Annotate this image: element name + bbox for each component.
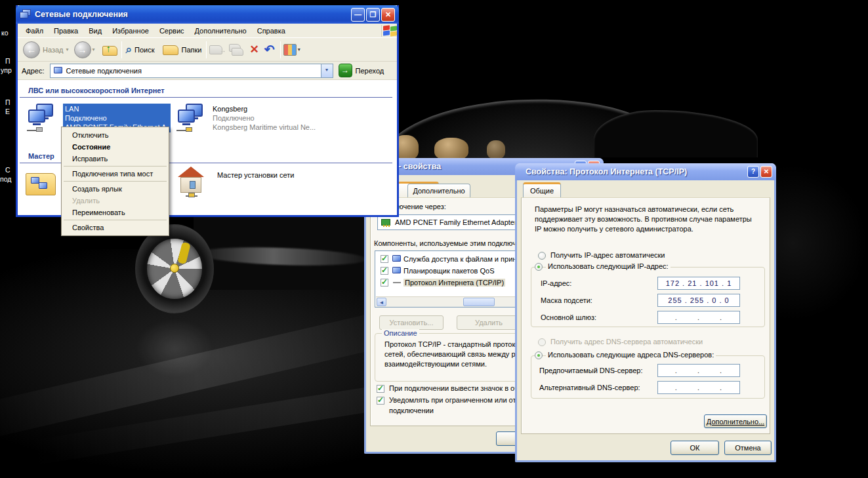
kongsberg-connection-icon — [175, 104, 207, 134]
tab-advanced[interactable]: Дополнительно — [407, 184, 470, 198]
service-icon — [392, 255, 401, 262]
delete-icon[interactable]: ✕ — [250, 43, 259, 56]
desktop-icon-label[interactable]: П — [5, 98, 10, 106]
maximize-button[interactable]: ❐ — [366, 8, 380, 22]
tray-icon-checkbox[interactable]: ✓ — [377, 385, 384, 393]
subnet-mask-input[interactable]: 255 . 255 . 0 . 0 — [657, 294, 740, 307]
ip-address-input[interactable]: 172 . 21 . 101 . 1 — [657, 277, 740, 290]
go-button[interactable]: → — [339, 64, 352, 77]
group-divider — [20, 97, 392, 98]
address-combo[interactable]: Сетевые подключения ▾ — [50, 64, 333, 78]
menu-separator — [64, 220, 167, 220]
scroll-left-button[interactable]: ◄ — [377, 298, 386, 306]
advanced-button[interactable]: Дополнительно... — [704, 414, 767, 428]
menu-favorites[interactable]: Избранное — [107, 25, 154, 37]
back-button[interactable]: ← — [23, 41, 40, 58]
scroll-thumb[interactable] — [463, 298, 495, 306]
checkbox-checked[interactable]: ✓ — [381, 255, 388, 263]
minimize-button[interactable]: — — [351, 8, 365, 22]
copy-to-icon[interactable] — [229, 43, 245, 57]
cancel-button[interactable]: Отмена — [724, 441, 772, 455]
menu-item-shortcut[interactable]: Создать ярлык — [62, 183, 169, 195]
menu-bar: Файл Правка Вид Избранное Сервис Дополни… — [18, 24, 397, 37]
address-bar: Адрес: Сетевые подключения ▾ → Переход — [18, 62, 397, 80]
radio-use-ip[interactable] — [535, 263, 543, 271]
connection-status: Подключено — [213, 113, 316, 123]
back-label: Назад — [43, 46, 64, 54]
menu-item-rename[interactable]: Переименовать — [62, 207, 169, 218]
group-header-lan: ЛВС или высокоскоростной Интернет — [28, 87, 165, 94]
close-button[interactable]: ✕ — [381, 8, 395, 22]
help-button[interactable]: ? — [747, 166, 759, 178]
remove-button[interactable]: Удалить — [457, 315, 521, 330]
checkbox-checked[interactable]: ✓ — [381, 279, 388, 287]
window-titlebar[interactable]: Сетевые подключения — ❐ ✕ — [16, 5, 399, 24]
checkbox-checked[interactable]: ✓ — [381, 267, 388, 275]
components-label: Компоненты, используемые этим подключени… — [374, 239, 539, 247]
menu-view[interactable]: Вид — [83, 25, 107, 37]
forward-button[interactable]: → — [74, 41, 91, 58]
connection-name: Kongsberg — [213, 104, 316, 113]
intro-text: IP можно получить у сетевого администрат… — [535, 225, 693, 233]
desktop-icon-label[interactable]: Е — [5, 108, 10, 115]
tcpip-titlebar[interactable]: Свойства: Протокол Интернета (TCP/IP) ? … — [515, 163, 776, 180]
up-folder-button[interactable]: ↑ — [102, 42, 119, 58]
views-icon[interactable] — [283, 44, 297, 56]
folders-label[interactable]: Папки — [182, 46, 202, 54]
go-label[interactable]: Переход — [356, 67, 384, 75]
desktop-icon-label[interactable]: ко — [1, 29, 9, 37]
install-button[interactable]: Установить... — [379, 315, 444, 330]
desktop-icon-label[interactable]: под — [0, 175, 11, 183]
menu-advanced[interactable]: Дополнительно — [190, 25, 252, 37]
notify-checkbox[interactable]: ✓ — [377, 397, 384, 405]
menu-edit[interactable]: Правка — [49, 25, 83, 37]
intro-text: поддерживает эту возможность. В противно… — [535, 215, 752, 223]
component-name: Планировщик пакетов QoS — [403, 267, 495, 275]
menu-item-disconnect[interactable]: Отключить — [62, 129, 169, 141]
description-text: взаимодействующими сетями. — [384, 360, 487, 368]
group-header-wizard: Мастер — [28, 152, 54, 160]
search-icon[interactable]: ⌕ — [126, 43, 133, 56]
close-button[interactable]: ✕ — [760, 166, 772, 178]
connection-kongsberg-tile[interactable]: Kongsberg Подключено Kongsberg Maritime … — [175, 102, 359, 136]
menu-file[interactable]: Файл — [20, 25, 49, 37]
alternate-dns-input[interactable]: . . . — [657, 381, 740, 394]
forward-dropdown-icon[interactable]: ▾ — [93, 47, 95, 52]
menu-tools[interactable]: Сервис — [154, 25, 190, 37]
gateway-input[interactable]: . . . — [657, 311, 740, 324]
address-dropdown-icon[interactable]: ▾ — [321, 64, 333, 77]
ip-label: IP-адрес: — [541, 279, 571, 287]
menu-item-repair[interactable]: Исправить — [62, 153, 169, 165]
house-icon — [176, 165, 207, 199]
search-label[interactable]: Поиск — [134, 46, 154, 54]
undo-icon[interactable]: ↶ — [264, 42, 275, 57]
lan-context-menu: Отключить Состояние Исправить Подключени… — [61, 127, 169, 236]
menu-item-bridge[interactable]: Подключения типа мост — [62, 168, 169, 180]
network-setup-wizard-tile[interactable]: Мастер установки сети — [175, 165, 372, 202]
network-connections-icon — [20, 9, 31, 20]
views-dropdown-icon[interactable]: ▾ — [298, 47, 300, 52]
preferred-dns-input[interactable]: . . . — [657, 364, 740, 377]
ok-button[interactable]: ОК — [671, 441, 719, 455]
windows-logo-icon — [381, 25, 397, 37]
preferred-dns-label: Предпочитаемый DNS-сервер: — [539, 367, 642, 374]
folders-button[interactable] — [163, 43, 179, 57]
desktop-icon-label[interactable]: П — [5, 57, 10, 65]
radio-use-dns[interactable] — [535, 351, 543, 359]
network-adapter-icon — [381, 219, 390, 226]
menu-help[interactable]: Справка — [252, 25, 291, 37]
menu-item-status[interactable]: Состояние — [62, 141, 169, 153]
toolbar: ← Назад ▾ → ▾ ↑ ⌕ Поиск Папки → — [18, 37, 397, 62]
desktop-icon-label[interactable]: С — [5, 166, 10, 174]
radio-use-ip-label: Использовать следующий IP-адрес: — [546, 262, 671, 270]
menu-item-properties[interactable]: Свойства — [62, 222, 169, 233]
move-to-icon[interactable]: → — [209, 43, 225, 57]
menu-item-delete[interactable]: Удалить — [62, 195, 169, 207]
new-connection-wizard-tile[interactable] — [26, 168, 60, 201]
back-dropdown-icon[interactable]: ▾ — [66, 47, 69, 52]
radio-auto-dns[interactable] — [538, 338, 546, 346]
connection-device: Kongsberg Maritime virtual Ne... — [213, 123, 316, 132]
radio-auto-ip[interactable] — [538, 252, 546, 260]
desktop-icon-label[interactable]: упр — [1, 66, 12, 74]
tab-general[interactable]: Общие — [523, 182, 561, 198]
